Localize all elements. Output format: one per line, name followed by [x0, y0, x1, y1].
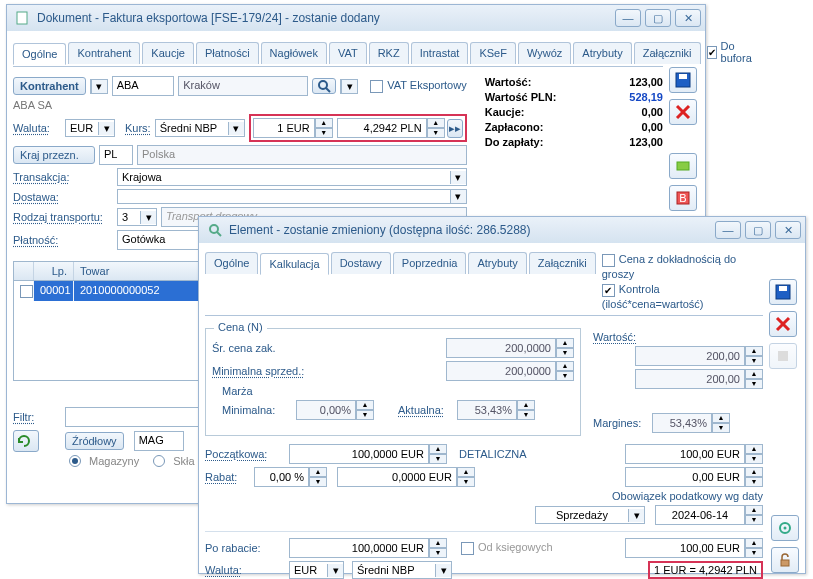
obow-date-input[interactable]	[655, 505, 745, 525]
spin-down[interactable]: ▼	[309, 477, 327, 487]
save-button[interactable]	[669, 67, 697, 93]
kurs2-arrow[interactable]: ▾	[435, 564, 451, 577]
sklady-radio[interactable]	[153, 455, 165, 467]
rabat-pct-input[interactable]	[254, 467, 309, 487]
spin-down[interactable]: ▼	[745, 454, 763, 464]
tab-rkz[interactable]: RKZ	[369, 42, 409, 64]
spin-down[interactable]: ▼	[457, 477, 475, 487]
filtr-input[interactable]	[65, 407, 200, 427]
spin-up[interactable]: ▲	[427, 118, 445, 128]
spin-up[interactable]: ▲	[556, 338, 574, 348]
spin-up[interactable]: ▲	[745, 444, 763, 454]
close-button[interactable]: ✕	[775, 221, 801, 239]
rabat-right-input[interactable]	[625, 467, 745, 487]
do-bufora-checkbox[interactable]: ✔	[707, 46, 717, 59]
transakcja-select[interactable]: Krajowa	[118, 169, 450, 185]
spin-down[interactable]: ▼	[745, 548, 763, 558]
lookup-dropdown[interactable]: ▾	[341, 80, 357, 93]
magazyny-radio[interactable]	[69, 455, 81, 467]
kurs-type-arrow[interactable]: ▾	[228, 122, 244, 135]
kontrahent-input[interactable]: ABA	[112, 76, 175, 96]
spin-down[interactable]: ▼	[429, 454, 447, 464]
delete-button[interactable]	[769, 311, 797, 337]
spin-up[interactable]: ▲	[745, 467, 763, 477]
obow-select-arrow[interactable]: ▾	[628, 509, 644, 522]
spin-up[interactable]: ▲	[556, 361, 574, 371]
kontrahent-dropdown[interactable]: ▾	[91, 80, 107, 93]
titlebar[interactable]: Element - zostanie zmieniony (dostępna i…	[199, 217, 805, 243]
minimize-button[interactable]: —	[615, 9, 641, 27]
spin-down[interactable]: ▼	[427, 128, 445, 138]
titlebar[interactable]: Dokument - Faktura eksportowa [FSE-179/2…	[7, 5, 705, 31]
spin-down[interactable]: ▼	[315, 128, 333, 138]
tool-button-2[interactable]: B	[669, 185, 697, 211]
spin-up[interactable]: ▲	[429, 538, 447, 548]
lookup-button[interactable]	[312, 78, 336, 94]
dostawa-select[interactable]	[118, 195, 450, 199]
kontrola-checkbox[interactable]: ✔	[602, 284, 615, 297]
tool-button-1[interactable]	[669, 153, 697, 179]
tab-intrastat[interactable]: Intrastat	[411, 42, 469, 64]
lock-button[interactable]	[771, 547, 799, 573]
kurs2-select[interactable]: Średni NBP	[353, 562, 435, 578]
kurs-expand-button[interactable]: ▸▸	[447, 119, 463, 138]
spin-up[interactable]: ▲	[429, 444, 447, 454]
items-grid[interactable]: Lp. Towar 00001 2010000000052	[13, 261, 203, 381]
spin-down[interactable]: ▼	[556, 371, 574, 381]
tab-atrybuty[interactable]: Atrybuty	[573, 42, 631, 64]
rodzaj-select[interactable]: 3	[118, 209, 140, 225]
tab-płatności[interactable]: Płatności	[196, 42, 259, 64]
spin-up[interactable]: ▲	[309, 467, 327, 477]
refresh-button[interactable]	[13, 430, 39, 452]
detaliczna-input[interactable]	[625, 444, 745, 464]
kraj-code[interactable]: PL	[99, 145, 133, 165]
tab-dostawy[interactable]: Dostawy	[331, 252, 391, 274]
minimize-button[interactable]: —	[715, 221, 741, 239]
obow-select[interactable]: Sprzedaży	[536, 507, 628, 523]
tab-wywóz[interactable]: Wywóz	[518, 42, 571, 64]
spin-up[interactable]: ▲	[712, 413, 730, 423]
spin-down[interactable]: ▼	[745, 356, 763, 366]
spin-up[interactable]: ▲	[457, 467, 475, 477]
spin-down[interactable]: ▼	[429, 548, 447, 558]
tab-kaucje[interactable]: Kaucje	[142, 42, 194, 64]
maximize-button[interactable]: ▢	[745, 221, 771, 239]
po-rabacie-right-input[interactable]	[625, 538, 745, 558]
kurs-rate-input[interactable]	[337, 118, 427, 138]
po-rabacie-input[interactable]	[289, 538, 429, 558]
rabat-val-input[interactable]	[337, 467, 457, 487]
spin-down[interactable]: ▼	[745, 379, 763, 389]
transakcja-arrow[interactable]: ▾	[450, 171, 466, 184]
col-lp[interactable]: Lp.	[34, 262, 74, 280]
dostawa-arrow[interactable]: ▾	[450, 190, 466, 203]
zrodlowy-button[interactable]: Źródłowy	[65, 432, 124, 450]
poczatkowa-input[interactable]	[289, 444, 429, 464]
kontrahent-button[interactable]: Kontrahent	[13, 77, 86, 95]
kurs-amount-input[interactable]	[253, 118, 315, 138]
spin-up[interactable]: ▲	[517, 400, 535, 410]
row-checkbox[interactable]	[20, 285, 33, 298]
tab-poprzednia[interactable]: Poprzednia	[393, 252, 467, 274]
waluta2-arrow[interactable]: ▾	[327, 564, 343, 577]
od-ksiegowych-checkbox[interactable]	[461, 542, 474, 555]
col-towar[interactable]: Towar	[74, 262, 202, 280]
spin-up[interactable]: ▲	[356, 400, 374, 410]
spin-down[interactable]: ▼	[556, 348, 574, 358]
spin-up[interactable]: ▲	[745, 505, 763, 515]
spin-up[interactable]: ▲	[745, 369, 763, 379]
rodzaj-arrow[interactable]: ▾	[140, 211, 156, 224]
tab-ogólne[interactable]: Ogólne	[13, 43, 66, 65]
vat-eksportowy-checkbox[interactable]	[370, 80, 383, 93]
table-row[interactable]: 00001 2010000000052	[14, 281, 202, 301]
spin-down[interactable]: ▼	[356, 410, 374, 420]
maximize-button[interactable]: ▢	[645, 9, 671, 27]
tab-ksef[interactable]: KSeF	[470, 42, 516, 64]
tab-kalkulacja[interactable]: Kalkulacja	[260, 253, 328, 275]
mag-input[interactable]: MAG	[134, 431, 184, 451]
waluta2-select[interactable]: EUR	[290, 562, 327, 578]
spin-up[interactable]: ▲	[315, 118, 333, 128]
tab-atrybuty[interactable]: Atrybuty	[468, 252, 526, 274]
spin-down[interactable]: ▼	[712, 423, 730, 433]
delete-button[interactable]	[669, 99, 697, 125]
save-button[interactable]	[769, 279, 797, 305]
